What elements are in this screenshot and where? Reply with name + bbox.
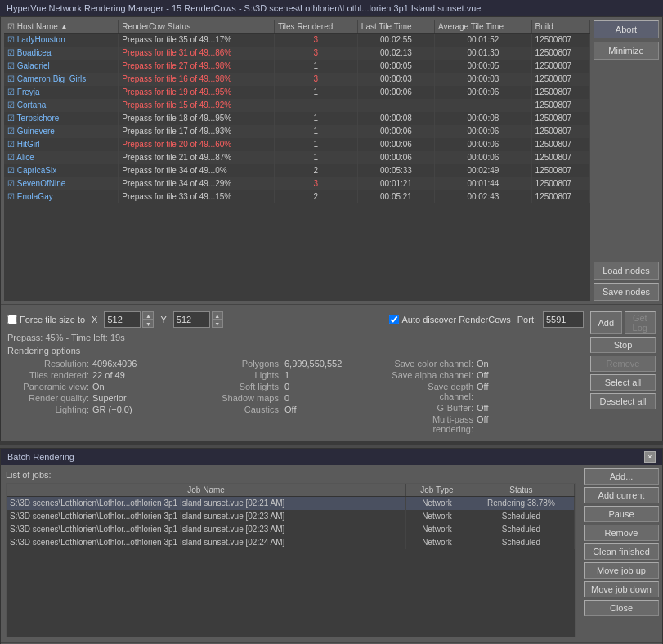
status-cell: Prepass for tile 19 of 49...95% <box>119 86 275 99</box>
force-tile-checkbox-label: Force tile size to <box>7 315 85 324</box>
render-option-row: Soft lights:0 <box>199 382 392 391</box>
col-header-build: Build <box>531 20 589 34</box>
render-col-3: Save color channel:OnSave alpha channel:… <box>392 359 584 434</box>
host-cell: ☑ SevenOfNine <box>4 177 119 190</box>
port-input[interactable] <box>543 311 584 328</box>
render-val: GR (+0.0) <box>92 405 141 414</box>
render-option-row: Save color channel:On <box>392 359 584 369</box>
host-cell: ☑ Boadicea <box>4 47 119 60</box>
x-value-input[interactable] <box>104 311 141 328</box>
render-key: Caustics: <box>199 405 281 414</box>
batch-job-row[interactable]: S:\3D scenes\Lothlorien\Lothlor...othlor… <box>7 523 575 536</box>
host-name: ☑ SevenOfNine <box>7 179 65 188</box>
col-header-lasttile: Last Tile Time <box>357 20 434 34</box>
deselect-all-button[interactable]: Deselect all <box>590 393 656 409</box>
batch-clean-finished-button[interactable]: Clean finished <box>584 543 659 560</box>
render-cows-table-container[interactable]: ☑ Host Name ▲ RenderCow Status Tiles Ren… <box>4 20 590 301</box>
render-key: Lighting: <box>7 405 89 414</box>
batch-add-button[interactable]: Add... <box>584 468 659 485</box>
render-option-row: Save alpha channel:Off <box>392 370 584 380</box>
table-row[interactable]: ☑ Cortana Prepass for tile 15 of 49...92… <box>4 99 590 112</box>
stop-button[interactable]: Stop <box>590 337 656 353</box>
batch-table-container[interactable]: Job Name Job Type Status S:\3D scenes\Lo… <box>6 483 576 637</box>
batch-col-status: Status <box>468 484 574 497</box>
batch-remove-button[interactable]: Remove <box>584 525 659 541</box>
render-option-row: Render quality:Superior <box>7 393 199 403</box>
table-row[interactable]: ☑ Terpsichore Prepass for tile 18 of 49.… <box>4 112 590 125</box>
x-up-arrow[interactable]: ▲ <box>142 311 154 320</box>
batch-title-bar: Batch Rendering × <box>1 449 662 465</box>
batch-col-type: Job Type <box>406 484 468 497</box>
tiles-cell: 1 <box>274 125 357 138</box>
table-row[interactable]: ☑ Freyja Prepass for tile 19 of 49...95%… <box>4 86 590 99</box>
render-option-row: G-Buffer:Off <box>392 403 584 413</box>
select-all-button[interactable]: Select all <box>590 374 656 391</box>
batch-close-btn[interactable]: Close <box>584 600 659 616</box>
render-val: Off <box>284 405 334 414</box>
avg-tile-cell: 00:00:03 <box>435 73 532 86</box>
batch-move-job-up-button[interactable]: Move job up <box>584 562 659 579</box>
table-row[interactable]: ☑ SevenOfNine Prepass for tile 34 of 49.… <box>4 177 590 190</box>
minimize-button[interactable]: Minimize <box>594 42 659 60</box>
render-key: Panoramic view: <box>7 382 89 391</box>
table-row[interactable]: ☑ LadyHouston Prepass for tile 35 of 49.… <box>4 34 590 47</box>
auto-discover-checkbox[interactable] <box>389 315 399 324</box>
batch-job-status: Scheduled <box>468 510 574 523</box>
host-cell: ☑ Cameron.Big_Girls <box>4 73 119 86</box>
batch-close-button[interactable]: × <box>644 451 656 463</box>
table-row[interactable]: ☑ Cameron.Big_Girls Prepass for tile 16 … <box>4 73 590 86</box>
right-panel: Abort Minimize Load nodes Save nodes <box>590 17 662 304</box>
x-arrows: ▲ ▼ <box>142 311 154 328</box>
render-val: Off <box>477 403 526 413</box>
col-header-avgtile: Average Tile Time <box>435 20 532 34</box>
table-row[interactable]: ☑ EnolaGay Prepass for tile 33 of 49...1… <box>4 190 590 203</box>
host-name: ☑ Boadicea <box>7 48 51 57</box>
save-nodes-button[interactable]: Save nodes <box>594 283 659 301</box>
y-down-arrow[interactable]: ▼ <box>212 320 223 328</box>
last-tile-cell: 00:05:33 <box>357 164 434 177</box>
tile-size-row: Force tile size to X ▲ ▼ Y ▲ <box>7 311 584 328</box>
batch-move-job-down-button[interactable]: Move job down <box>584 581 659 597</box>
build-cell: 12500807 <box>531 34 589 47</box>
table-row[interactable]: ☑ Boadicea Prepass for tile 31 of 49...8… <box>4 47 590 60</box>
table-row[interactable]: ☑ CapricaSix Prepass for tile 34 of 49..… <box>4 164 590 177</box>
batch-add-current-button[interactable]: Add current <box>584 487 659 503</box>
table-row[interactable]: ☑ Galadriel Prepass for tile 27 of 49...… <box>4 60 590 73</box>
y-value-input[interactable] <box>173 311 210 328</box>
x-down-arrow[interactable]: ▼ <box>142 320 154 328</box>
remove-button[interactable]: Remove <box>590 356 656 372</box>
get-log-button[interactable]: Get Log <box>625 311 656 334</box>
host-cell: ☑ CapricaSix <box>4 164 119 177</box>
status-cell: Prepass for tile 17 of 49...93% <box>119 125 275 138</box>
render-key: Save alpha channel: <box>392 370 473 380</box>
build-cell: 12500807 <box>531 60 589 73</box>
render-options-label: Rendering options <box>7 344 584 357</box>
avg-tile-cell: 00:01:30 <box>435 47 532 60</box>
batch-pause-button[interactable]: Pause <box>584 506 659 522</box>
abort-button[interactable]: Abort <box>594 20 659 38</box>
table-row[interactable]: ☑ Alice Prepass for tile 21 of 49...87% … <box>4 151 590 164</box>
render-key: Polygons: <box>199 359 281 369</box>
batch-job-row[interactable]: S:\3D scenes\Lothlorien\Lothlor...othlor… <box>7 497 575 510</box>
render-option-row: Panoramic view:On <box>7 382 199 391</box>
batch-job-row[interactable]: S:\3D scenes\Lothlorien\Lothlor...othlor… <box>7 536 575 549</box>
host-cell: ☑ Cortana <box>4 99 119 112</box>
render-option-row: Save depth channel:Off <box>392 382 584 401</box>
build-cell: 12500807 <box>531 47 589 60</box>
tiles-cell: 3 <box>274 73 357 86</box>
render-key: G-Buffer: <box>392 403 473 413</box>
table-row[interactable]: ☑ HitGirl Prepass for tile 20 of 49...60… <box>4 138 590 151</box>
load-nodes-button[interactable]: Load nodes <box>594 262 659 280</box>
render-val: Superior <box>92 393 141 403</box>
batch-job-row[interactable]: S:\3D scenes\Lothlorien\Lothlor...othlor… <box>7 510 575 523</box>
batch-job-name: S:\3D scenes\Lothlorien\Lothlor...othlor… <box>7 523 406 536</box>
bottom-right-panel: Add Get Log Stop Remove Select all Desel… <box>587 308 659 437</box>
auto-discover-text: Auto discover RenderCows <box>401 315 510 324</box>
avg-tile-cell: 00:02:49 <box>435 164 532 177</box>
host-name: ☑ Freyja <box>7 87 40 96</box>
y-up-arrow[interactable]: ▲ <box>212 311 223 320</box>
build-cell: 12500807 <box>531 86 589 99</box>
force-tile-checkbox[interactable] <box>7 315 17 324</box>
add-button[interactable]: Add <box>590 311 622 334</box>
table-row[interactable]: ☑ Guinevere Prepass for tile 17 of 49...… <box>4 125 590 138</box>
